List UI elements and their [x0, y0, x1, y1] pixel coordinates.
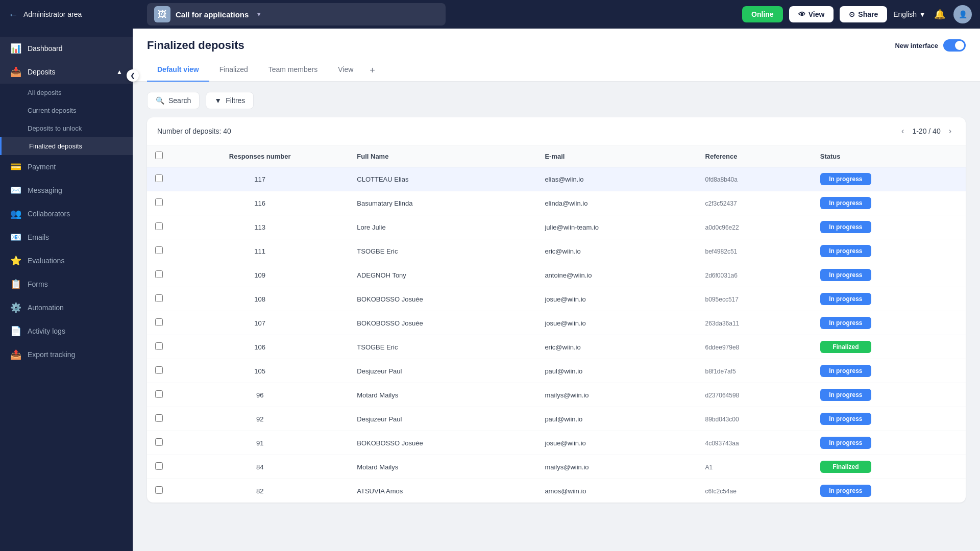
toggle-knob — [955, 41, 964, 50]
language-selector[interactable]: English ▼ — [893, 10, 926, 18]
table-row[interactable]: 96 Motard Mailys mailys@wiin.io d2370645… — [147, 383, 966, 407]
row-checkbox[interactable] — [155, 366, 163, 374]
tab-team-members[interactable]: Team members — [258, 60, 328, 82]
prev-page-button[interactable]: ‹ — [897, 124, 908, 138]
sidebar-item-deposits[interactable]: 📥 Deposits ▲ — [0, 60, 133, 84]
table-row[interactable]: 82 ATSUVIA Amos amos@wiin.io c6fc2c54ae … — [147, 479, 966, 503]
tab-label: Team members — [268, 65, 317, 73]
notifications-icon[interactable]: 🔔 — [934, 9, 945, 20]
row-checkbox-cell — [147, 311, 171, 335]
row-checkbox[interactable] — [155, 270, 163, 278]
row-name: Desjuzeur Paul — [349, 359, 536, 383]
share-button[interactable]: ⊙ Share — [840, 6, 887, 22]
back-icon[interactable]: ← — [8, 9, 18, 20]
sidebar-item-forms[interactable]: 📋 Forms — [0, 272, 133, 296]
sidebar-collapse-button[interactable]: ❮ — [127, 69, 139, 82]
row-checkbox[interactable] — [155, 294, 163, 302]
row-status: In progress — [812, 359, 966, 383]
row-checkbox[interactable] — [155, 318, 163, 326]
row-number: 91 — [171, 431, 349, 455]
view-button[interactable]: 👁 View — [789, 6, 834, 22]
row-status: In progress — [812, 383, 966, 407]
row-email: elias@wiin.io — [536, 167, 697, 191]
app-selector[interactable]: 🖼 Call for applications ▼ — [147, 3, 446, 26]
table-row[interactable]: 91 BOKOBOSSO Josuée josue@wiin.io 4c0937… — [147, 431, 966, 455]
sidebar-item-messaging[interactable]: ✉️ Messaging — [0, 179, 133, 202]
sidebar-item-deposits-to-unlock[interactable]: Deposits to unlock — [0, 119, 133, 137]
row-checkbox[interactable] — [155, 486, 163, 494]
automation-icon: ⚙️ — [10, 302, 21, 313]
row-status: In progress — [812, 287, 966, 311]
sidebar-item-emails[interactable]: 📧 Emails — [0, 226, 133, 249]
new-interface-toggle[interactable]: New interface — [895, 39, 966, 52]
sidebar-item-finalized-deposits[interactable]: Finalized deposits — [0, 137, 133, 155]
sidebar-item-export-tracking[interactable]: 📤 Export tracking — [0, 343, 133, 366]
online-button[interactable]: Online — [742, 6, 783, 22]
add-tab-button[interactable]: + — [363, 60, 381, 81]
sidebar-item-payment[interactable]: 💳 Payment — [0, 155, 133, 179]
chevron-down-icon: ▼ — [256, 11, 262, 18]
row-checkbox[interactable] — [155, 342, 163, 350]
row-number: 108 — [171, 287, 349, 311]
row-reference: 0fd8a8b40a — [697, 167, 812, 191]
deposits-table: Responses number Full Name E-mail Refere… — [147, 145, 966, 503]
row-checkbox[interactable] — [155, 438, 163, 446]
emails-icon: 📧 — [10, 232, 21, 243]
row-checkbox[interactable] — [155, 462, 163, 470]
row-checkbox-cell — [147, 167, 171, 191]
row-number: 84 — [171, 455, 349, 479]
sidebar-item-current-deposits[interactable]: Current deposits — [0, 102, 133, 119]
row-email: eric@wiin.io — [536, 239, 697, 263]
row-checkbox[interactable] — [155, 390, 163, 398]
table-row[interactable]: 116 Basumatary Elinda elinda@wiin.io c2f… — [147, 191, 966, 215]
table-row[interactable]: 92 Desjuzeur Paul paul@wiin.io 89bd043c0… — [147, 407, 966, 431]
row-checkbox-cell — [147, 287, 171, 311]
table-row[interactable]: 111 TSOGBE Eric eric@wiin.io bef4982c51 … — [147, 239, 966, 263]
table-row[interactable]: 117 CLOTTEAU Elias elias@wiin.io 0fd8a8b… — [147, 167, 966, 191]
table-row[interactable]: 105 Desjuzeur Paul paul@wiin.io b8f1de7a… — [147, 359, 966, 383]
toggle-switch[interactable] — [943, 39, 966, 52]
table-row[interactable]: 107 BOKOBOSSO Josuée josue@wiin.io 263da… — [147, 311, 966, 335]
app-name: Call for applications — [176, 10, 249, 19]
table-row[interactable]: 109 ADEGNOH Tony antoine@wiin.io 2d6f003… — [147, 263, 966, 287]
row-checkbox[interactable] — [155, 414, 163, 422]
eye-icon: 👁 — [798, 10, 805, 18]
select-all-header[interactable] — [147, 145, 171, 167]
page-title-area: Finalized deposits New interface — [147, 39, 966, 52]
row-reference: 6ddee979e8 — [697, 335, 812, 359]
row-checkbox-cell — [147, 479, 171, 503]
deposits-table-container: Number of deposits: 40 ‹ 1-20 / 40 › R — [147, 117, 966, 503]
row-checkbox[interactable] — [155, 246, 163, 254]
sidebar-item-label: Payment — [28, 163, 56, 171]
tab-view[interactable]: View — [328, 60, 363, 82]
row-status: In progress — [812, 191, 966, 215]
sidebar-item-activity-logs[interactable]: 📄 Activity logs — [0, 319, 133, 343]
sidebar-item-label: Emails — [28, 233, 49, 241]
table-row[interactable]: 84 Motard Mailys mailys@wiin.io A1 Final… — [147, 455, 966, 479]
filters-label: Filtres — [226, 96, 245, 105]
select-all-checkbox[interactable] — [155, 152, 163, 159]
row-number: 105 — [171, 359, 349, 383]
row-name: Motard Mailys — [349, 455, 536, 479]
row-checkbox[interactable] — [155, 198, 163, 206]
filters-button[interactable]: ▼ Filtres — [206, 92, 254, 109]
sidebar-item-all-deposits[interactable]: All deposits — [0, 84, 133, 102]
row-email: julie@wiin-team.io — [536, 215, 697, 239]
row-reference: 263da36a11 — [697, 311, 812, 335]
tab-finalized[interactable]: Finalized — [209, 60, 258, 82]
next-page-button[interactable]: › — [945, 124, 955, 138]
table-row[interactable]: 108 BOKOBOSSO Josuée josue@wiin.io b095e… — [147, 287, 966, 311]
sidebar-item-evaluations[interactable]: ⭐ Evaluations — [0, 249, 133, 272]
sidebar-item-collaborators[interactable]: 👥 Collaborators — [0, 202, 133, 226]
tab-default-view[interactable]: Default view — [147, 60, 209, 82]
sidebar-item-automation[interactable]: ⚙️ Automation — [0, 296, 133, 319]
tab-label: View — [338, 65, 353, 73]
row-checkbox[interactable] — [155, 222, 163, 230]
user-avatar[interactable]: 👤 — [953, 5, 972, 23]
table-row[interactable]: 106 TSOGBE Eric eric@wiin.io 6ddee979e8 … — [147, 335, 966, 359]
row-name: BOKOBOSSO Josuée — [349, 311, 536, 335]
row-checkbox[interactable] — [155, 174, 163, 182]
search-button[interactable]: 🔍 Search — [147, 92, 200, 109]
table-row[interactable]: 113 Lore Julie julie@wiin-team.io a0d0c9… — [147, 215, 966, 239]
sidebar-item-dashboard[interactable]: 📊 Dashboard — [0, 37, 133, 60]
